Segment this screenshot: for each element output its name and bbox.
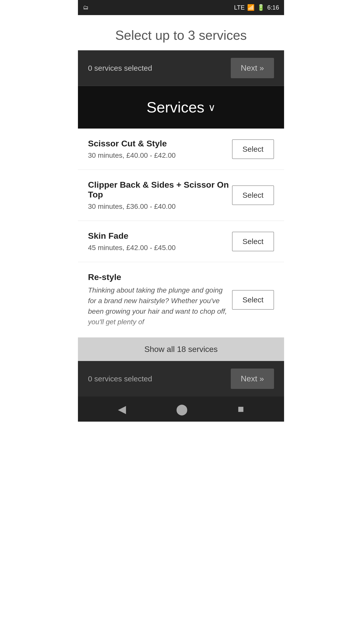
service-name-skin-fade: Skin Fade: [88, 231, 232, 241]
show-all-label[interactable]: Show all 18 services: [144, 345, 218, 354]
sd-card-icon: 🗂: [83, 4, 88, 11]
select-button-scissor-cut[interactable]: Select: [232, 139, 274, 159]
services-list: Scissor Cut & Style 30 minutes, £40.00 -…: [78, 129, 284, 338]
nav-bar: ◀ ⬤ ■: [78, 396, 284, 422]
service-details-clipper-back: 30 minutes, £36.00 - £40.00: [88, 203, 232, 211]
show-all-bar[interactable]: Show all 18 services: [78, 338, 284, 361]
bottom-selection-bar: 0 services selected Next »: [78, 361, 284, 396]
battery-icon: 🔋: [257, 4, 265, 11]
services-title: Services ∨: [85, 99, 277, 116]
page-title: Select up to 3 services: [85, 28, 277, 43]
page-title-area: Select up to 3 services: [78, 15, 284, 50]
back-nav-button[interactable]: ◀: [118, 403, 126, 415]
bottom-selected-label: 0 services selected: [88, 375, 152, 383]
service-info-skin-fade: Skin Fade 45 minutes, £42.00 - £45.00: [88, 231, 232, 252]
service-details-scissor-cut: 30 minutes, £40.00 - £42.00: [88, 151, 232, 159]
status-bar-left: 🗂: [83, 4, 88, 11]
signal-icon: 📶: [247, 4, 255, 11]
service-info-scissor-cut: Scissor Cut & Style 30 minutes, £40.00 -…: [88, 139, 232, 159]
status-bar-right: LTE 📶 🔋 6:16: [234, 4, 279, 11]
bottom-next-button[interactable]: Next »: [231, 369, 274, 389]
service-item-restyle: Re-style Thinking about taking the plung…: [78, 262, 284, 338]
top-selected-label: 0 services selected: [88, 64, 152, 72]
lte-label: LTE: [234, 4, 245, 11]
service-info-restyle: Re-style Thinking about taking the plung…: [88, 272, 232, 327]
service-name-restyle: Re-style: [88, 272, 232, 282]
select-button-skin-fade[interactable]: Select: [232, 232, 274, 251]
chevron-down-icon: ∨: [208, 102, 215, 113]
service-name-scissor-cut: Scissor Cut & Style: [88, 139, 232, 148]
home-icon: ⬤: [176, 403, 188, 415]
services-header[interactable]: Services ∨: [78, 86, 284, 129]
recent-nav-button[interactable]: ■: [238, 403, 244, 415]
recent-icon: ■: [238, 403, 244, 415]
service-item-skin-fade: Skin Fade 45 minutes, £42.00 - £45.00 Se…: [78, 221, 284, 262]
service-details-skin-fade: 45 minutes, £42.00 - £45.00: [88, 244, 232, 252]
service-item-clipper-back: Clipper Back & Sides + Scissor On Top 30…: [78, 170, 284, 221]
status-bar: 🗂 LTE 📶 🔋 6:16: [78, 0, 284, 15]
select-button-clipper-back[interactable]: Select: [232, 185, 274, 205]
select-button-restyle[interactable]: Select: [232, 290, 274, 310]
services-title-text: Services: [147, 99, 204, 116]
top-next-button[interactable]: Next »: [231, 58, 274, 78]
service-info-clipper-back: Clipper Back & Sides + Scissor On Top 30…: [88, 180, 232, 211]
home-nav-button[interactable]: ⬤: [176, 403, 188, 415]
service-item-scissor-cut: Scissor Cut & Style 30 minutes, £40.00 -…: [78, 129, 284, 170]
service-name-clipper-back: Clipper Back & Sides + Scissor On Top: [88, 180, 232, 199]
service-description-restyle: Thinking about taking the plunge and goi…: [88, 285, 232, 327]
time-label: 6:16: [267, 4, 279, 11]
top-selection-bar: 0 services selected Next »: [78, 50, 284, 86]
back-icon: ◀: [118, 403, 126, 415]
